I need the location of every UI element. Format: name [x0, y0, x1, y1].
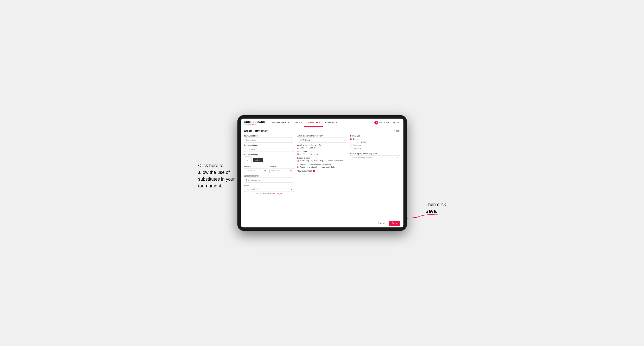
gender-mens-label: Mens — [300, 147, 304, 149]
gender-mens-radio[interactable] — [297, 147, 299, 149]
division-chevron-icon: ▾ — [344, 139, 345, 141]
gender-label: Which gender is the event for? — [297, 144, 347, 146]
allow-subs-checkbox-row[interactable]: Allow substitutes? — [297, 170, 347, 172]
image-icon: 🖼 — [246, 159, 249, 162]
start-date-input[interactable]: Pick a date 📅 — [244, 168, 268, 173]
email-support-link[interactable]: email support — [272, 193, 282, 195]
rounds-1-radio[interactable] — [297, 153, 299, 155]
nav-right: B blair admin | Sign out — [374, 121, 400, 125]
format-6count4-radio[interactable] — [350, 144, 352, 146]
sponsor-input[interactable] — [244, 177, 294, 182]
scoring-api-group: Use third-party live scoring API? Select… — [350, 153, 400, 160]
calendar-icon-end: 📅 — [290, 170, 292, 172]
gender-womens-label: Womens — [309, 147, 316, 149]
nav-bar: SCOREBOARD Powered by clippd TOURNAMENTS… — [241, 119, 404, 127]
division-select[interactable]: NCAA Division I ▾ — [297, 138, 347, 143]
nav-sign-out[interactable]: Sign out — [392, 122, 400, 124]
calendar-icon: 📅 — [264, 170, 266, 172]
tournament-name-label: Tournament name — [244, 144, 294, 146]
scoring-match[interactable]: Match Play — [311, 160, 323, 162]
tournament-logo-group: Tournament logo 🖼 Upload — [244, 154, 294, 164]
upload-button[interactable]: Upload — [253, 158, 263, 162]
format-6count5[interactable]: 6 count 5 — [350, 147, 400, 149]
scoring-medal[interactable]: Medal Match Play — [325, 160, 343, 162]
back-label: Back — [396, 130, 400, 132]
scoring-chevron-icon: ▾ — [397, 157, 398, 159]
rounds-label: Number of rounds — [297, 151, 347, 153]
format-other[interactable]: Other — [358, 141, 400, 143]
gender-radio-group: Mens Womens — [297, 147, 347, 149]
rounds-4-radio[interactable] — [314, 153, 316, 155]
rounds-3[interactable]: 3 — [309, 153, 312, 155]
venue-group: Venue Search golf club ▾ Can't find your… — [244, 184, 294, 195]
division-label: Which division is the event for? — [297, 135, 347, 137]
sponsor-group: Sponsor (optional) — [244, 175, 294, 182]
rounds-1[interactable]: 1 — [297, 153, 301, 155]
scoring-stroke-radio[interactable] — [297, 160, 299, 162]
date-row: Start date Pick a date 📅 End date Pick a… — [244, 166, 294, 173]
scoring-service-select[interactable]: Select a scoring service ▾ — [350, 155, 400, 160]
tournament-host-placeholder: Search team — [246, 139, 256, 141]
scoring-api-label: Use third-party live scoring API? — [350, 153, 400, 155]
rounds-3-radio[interactable] — [309, 153, 311, 155]
form-col-1: Tournament Host Search team ▾ Tournament… — [244, 135, 294, 195]
tournament-host-label: Tournament Host — [244, 135, 294, 137]
scoring-system-group: Scoring system Stroke Play Match Play — [297, 157, 347, 162]
nav-teams[interactable]: TEAMS — [292, 119, 304, 127]
format-5count4-radio[interactable] — [350, 138, 352, 140]
event-type-radio-group: Teams (+Individuals) Individuals Only — [297, 166, 347, 168]
event-teams[interactable]: Teams (+Individuals) — [297, 166, 317, 168]
allow-subs-checkbox[interactable] — [313, 170, 315, 172]
logo-scoreboard: SCOREBOARD — [244, 121, 266, 123]
start-date-group: Start date Pick a date 📅 — [244, 166, 268, 173]
format-6count4[interactable]: 6 count 4 — [350, 144, 400, 146]
format-5count4[interactable]: 5 count 4 — [350, 138, 400, 140]
scoring-stroke[interactable]: Stroke Play — [297, 160, 309, 162]
event-teams-radio[interactable] — [297, 166, 299, 168]
format-6count5-radio[interactable] — [350, 147, 352, 149]
event-type-group: Is this event for Teams and/or Individua… — [297, 163, 347, 168]
tournament-name-input[interactable] — [244, 147, 294, 152]
form-col-3: Format type 5 count 4 Other — [350, 135, 400, 195]
form-grid: Tournament Host Search team ▾ Tournament… — [244, 135, 400, 195]
tournament-logo-label: Tournament logo — [244, 154, 294, 156]
nav-tournaments[interactable]: TOURNAMENTS — [270, 119, 292, 127]
allow-subs-group: Allow substitutes? — [297, 170, 347, 172]
page-header: Create Tournament ‹ Back — [244, 129, 400, 132]
nav-committee[interactable]: COMMITTEE — [304, 119, 323, 127]
gender-womens-radio[interactable] — [306, 147, 308, 149]
division-group: Which division is the event for? NCAA Di… — [297, 135, 347, 143]
end-date-group: End date Pick a date 📅 — [270, 166, 294, 173]
format-type-label: Format type — [350, 135, 400, 137]
venue-input[interactable]: Search golf club ▾ — [244, 187, 294, 192]
event-individuals[interactable]: Individuals Only — [319, 166, 335, 168]
page-title: Create Tournament — [244, 129, 268, 132]
end-date-label: End date — [270, 166, 294, 168]
gender-womens[interactable]: Womens — [306, 147, 316, 149]
logo-placeholder: 🖼 — [244, 157, 252, 164]
scoring-medal-radio[interactable] — [325, 160, 327, 162]
form-col-2: Which division is the event for? NCAA Di… — [297, 135, 347, 195]
nav-user: blair admin — [379, 122, 390, 124]
logo-area: SCOREBOARD Powered by clippd — [244, 121, 266, 125]
scoring-match-radio[interactable] — [311, 160, 314, 162]
tournament-host-group: Tournament Host Search team ▾ — [244, 135, 294, 143]
back-button[interactable]: ‹ Back — [394, 130, 400, 132]
save-button[interactable]: Save — [388, 221, 400, 226]
nav-links: TOURNAMENTS TEAMS COMMITTEE RANKINGS — [270, 119, 374, 127]
event-type-label: Is this event for Teams and/or Individua… — [297, 163, 347, 165]
tournament-host-input[interactable]: Search team ▾ — [244, 138, 294, 143]
end-date-input[interactable]: Pick a date 📅 — [270, 168, 294, 173]
rounds-2-radio[interactable] — [303, 153, 305, 155]
event-individuals-radio[interactable] — [319, 166, 321, 168]
venue-chevron-icon: ▾ — [291, 188, 292, 190]
rounds-radio-group: 1 2 3 — [297, 153, 347, 155]
page-content: Create Tournament ‹ Back Tournament Host — [241, 127, 404, 219]
annotation-left: Click here to allow the use of substitut… — [198, 162, 235, 189]
format-other-radio[interactable] — [358, 141, 360, 143]
nav-rankings[interactable]: RANKINGS — [323, 119, 340, 127]
cancel-button[interactable]: Cancel — [376, 221, 387, 226]
gender-mens[interactable]: Mens — [297, 147, 304, 149]
rounds-4[interactable]: 4 — [314, 153, 318, 155]
rounds-2[interactable]: 2 — [303, 153, 306, 155]
